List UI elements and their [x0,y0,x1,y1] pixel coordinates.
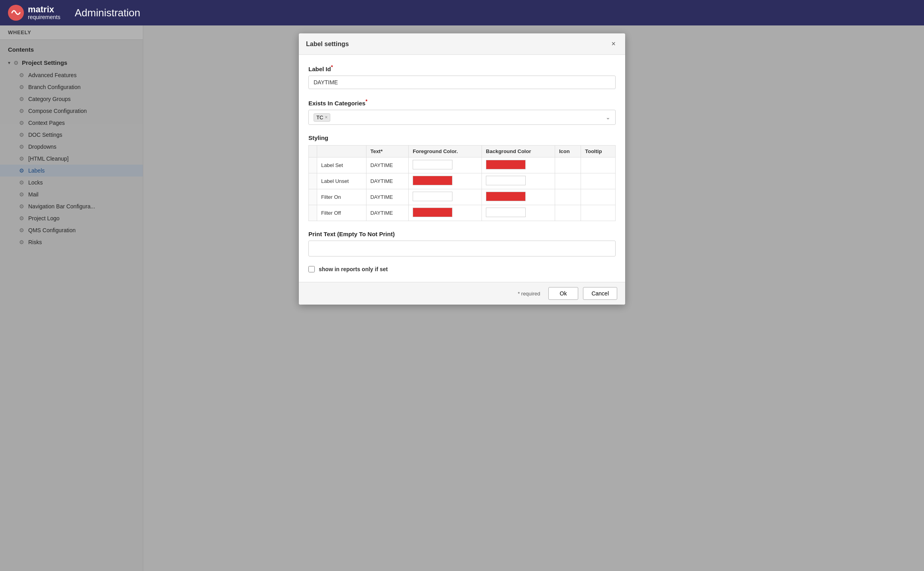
row-bg[interactable] [482,173,555,189]
bg-color-swatch[interactable] [486,160,526,169]
fg-color-swatch[interactable] [413,208,452,217]
show-in-reports-row: show in reports only if set [308,266,616,272]
row-icon [555,173,581,189]
logo: matrix requirements [8,5,60,21]
fg-color-swatch[interactable] [413,176,452,185]
col-header-icon: Icon [555,146,581,157]
row-tooltip [581,173,616,189]
table-row: Filter Off DAYTIME [309,205,616,221]
tag-container: TC × [314,113,330,122]
dialog-footer: * required Ok Cancel [299,282,625,305]
row-marker [309,205,317,221]
dialog-body: Label Id* Exists In Categories* TC × [299,55,625,282]
required-note: * required [518,291,540,297]
row-name: Filter Off [317,205,366,221]
cancel-button[interactable]: Cancel [583,287,617,300]
row-bg[interactable] [482,157,555,173]
table-row: Label Set DAYTIME [309,157,616,173]
label-settings-dialog: Label settings × Label Id* Exists In Cat… [299,33,625,305]
row-fg[interactable] [409,189,482,205]
logo-text: matrix requirements [28,5,60,21]
dialog-title: Label settings [306,41,349,48]
styling-label: Styling [308,134,616,141]
close-button[interactable]: × [609,39,618,49]
row-fg[interactable] [409,157,482,173]
chevron-down-icon: ⌄ [606,114,610,120]
table-row: Label Unset DAYTIME [309,173,616,189]
app-header: matrix requirements Administration [0,0,924,25]
logo-matrix-text: matrix [28,5,60,14]
logo-requirements-text: requirements [28,14,60,20]
row-marker [309,157,317,173]
exists-in-categories-label: Exists In Categories* [308,99,616,107]
row-name: Label Set [317,157,366,173]
row-fg[interactable] [409,173,482,189]
row-name: Label Unset [317,173,366,189]
row-bg[interactable] [482,205,555,221]
col-header-text: Text* [366,146,408,157]
print-text-field-group: Print Text (Empty To Not Print) [308,231,616,256]
dialog-overlay: Label settings × Label Id* Exists In Cat… [0,25,924,571]
table-row: Filter On DAYTIME [309,189,616,205]
dialog-header: Label settings × [299,33,625,55]
row-fg[interactable] [409,205,482,221]
row-text: DAYTIME [366,173,408,189]
row-text: DAYTIME [366,157,408,173]
row-marker [309,173,317,189]
ok-button[interactable]: Ok [548,287,579,300]
fg-color-swatch[interactable] [413,192,452,201]
bg-color-swatch[interactable] [486,208,526,217]
logo-icon [8,5,24,21]
row-name: Filter On [317,189,366,205]
show-in-reports-label: show in reports only if set [319,266,388,272]
col-header-bg: Background Color [482,146,555,157]
row-text: DAYTIME [366,189,408,205]
row-icon [555,205,581,221]
print-text-input[interactable] [308,241,616,256]
bg-color-swatch[interactable] [486,192,526,201]
row-tooltip [581,205,616,221]
col-header-fg: Foreground Color. [409,146,482,157]
row-bg[interactable] [482,189,555,205]
category-tag-tc: TC × [314,113,330,122]
row-tooltip [581,189,616,205]
exists-in-categories-select[interactable]: TC × ⌄ [308,110,616,125]
col-header-tooltip: Tooltip [581,146,616,157]
row-icon [555,189,581,205]
label-id-field-group: Label Id* [308,64,616,89]
label-id-input[interactable] [308,76,616,89]
styling-section: Styling Text* Foreground Color. Backgrou… [308,134,616,221]
col-header-name [317,146,366,157]
col-header-empty [309,146,317,157]
print-text-label: Print Text (Empty To Not Print) [308,231,616,237]
row-icon [555,157,581,173]
tag-remove-tc[interactable]: × [325,115,327,120]
styling-table: Text* Foreground Color. Background Color… [308,145,616,221]
row-marker [309,189,317,205]
header-title: Administration [75,7,140,19]
fg-color-swatch[interactable] [413,160,452,169]
show-in-reports-checkbox[interactable] [308,266,315,272]
exists-in-categories-field-group: Exists In Categories* TC × ⌄ [308,99,616,125]
row-tooltip [581,157,616,173]
label-id-label: Label Id* [308,64,616,72]
bg-color-swatch[interactable] [486,176,526,185]
row-text: DAYTIME [366,205,408,221]
